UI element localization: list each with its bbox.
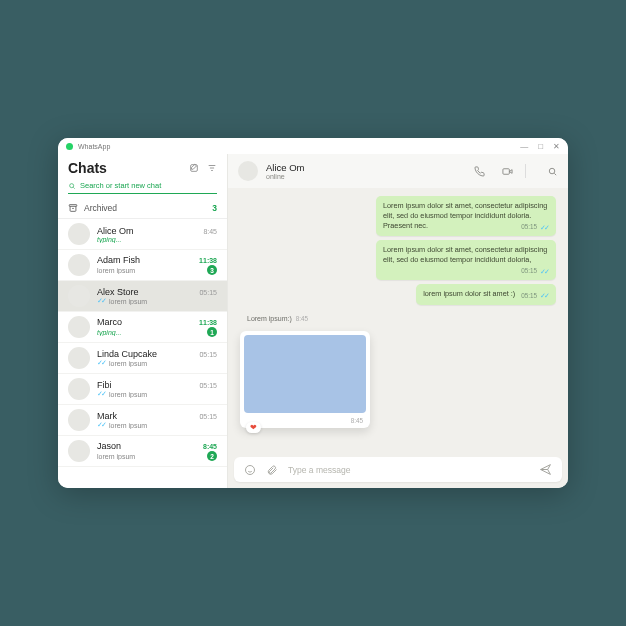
chat-row[interactable]: Marco11:38typing...1 <box>58 312 227 343</box>
app-window: WhatsApp — □ ✕ Chats Search or start new… <box>58 138 568 488</box>
chat-name: Adam Fish <box>97 255 199 265</box>
search-placeholder: Search or start new chat <box>80 181 161 190</box>
outgoing-message[interactable]: Lorem ipsum dolor sit amet, consectetur … <box>376 196 556 236</box>
chat-time: 05:15 <box>199 382 217 389</box>
read-ticks-icon: ✓✓ <box>97 297 105 305</box>
chat-row[interactable]: Adam Fish11:38lorem ipsum3 <box>58 250 227 281</box>
read-ticks-icon: ✓✓ <box>97 390 105 398</box>
chat-avatar <box>68 223 90 245</box>
message-row: Lorem ipsum:) 8:45 <box>240 309 556 328</box>
divider <box>525 164 526 178</box>
sidebar-header: Chats <box>58 154 227 178</box>
video-call-icon[interactable] <box>502 166 513 177</box>
message-list: Lorem ipsum dolor sit amet, consectetur … <box>228 188 568 451</box>
chat-preview: lorem ipsum <box>109 422 217 429</box>
sidebar-title: Chats <box>68 160 181 176</box>
chat-time: 8:45 <box>203 443 217 450</box>
svg-point-1 <box>70 183 74 187</box>
chat-row[interactable]: Alex Store05:15✓✓lorem ipsum <box>58 281 227 312</box>
chat-preview: lorem ipsum <box>109 391 217 398</box>
message-time: 8:45 <box>351 417 363 424</box>
incoming-label: Lorem ipsum:) 8:45 <box>240 309 315 328</box>
message-row: 8:45❤ <box>240 331 556 428</box>
title-bar: WhatsApp — □ ✕ <box>58 138 568 154</box>
chat-row[interactable]: Fibi05:15✓✓lorem ipsum <box>58 374 227 405</box>
chat-row[interactable]: Linda Cupcake05:15✓✓lorem ipsum <box>58 343 227 374</box>
chat-avatar <box>68 254 90 276</box>
outgoing-message[interactable]: lorem ipsum dolor sit amet :)05:15✓✓ <box>416 284 556 304</box>
chat-avatar <box>68 409 90 431</box>
emoji-icon[interactable] <box>244 464 256 476</box>
archive-icon <box>68 203 78 213</box>
send-icon[interactable] <box>539 463 552 476</box>
archived-label: Archived <box>84 203 117 213</box>
message-row: Lorem ipsum dolor sit amet, consectetur … <box>240 240 556 280</box>
chat-name: Alex Store <box>97 287 199 297</box>
message-time: 8:45 <box>296 315 308 322</box>
search-in-chat-icon[interactable] <box>547 166 558 177</box>
sidebar: Chats Search or start new chat Archived … <box>58 154 228 488</box>
chat-name: Fibi <box>97 380 199 390</box>
read-ticks-icon: ✓✓ <box>540 267 548 276</box>
minimize-button[interactable]: — <box>520 142 528 151</box>
chat-time: 05:15 <box>199 413 217 420</box>
message-input[interactable] <box>288 465 529 475</box>
chat-preview: lorem ipsum <box>97 453 204 460</box>
outgoing-message[interactable]: Lorem ipsum dolor sit amet, consectetur … <box>376 240 556 280</box>
message-text: Lorem ipsum:) <box>247 315 292 322</box>
chat-time: 11:38 <box>199 319 217 326</box>
contact-status: online <box>266 173 457 180</box>
search-input[interactable]: Search or start new chat <box>68 178 217 194</box>
chat-preview: typing... <box>97 329 204 336</box>
chat-preview: lorem ipsum <box>109 360 217 367</box>
svg-rect-2 <box>69 205 77 207</box>
contact-avatar[interactable] <box>238 161 258 181</box>
incoming-image-message[interactable]: 8:45❤ <box>240 331 370 428</box>
chat-row[interactable]: Jason8:45lorem ipsum2 <box>58 436 227 467</box>
window-controls: — □ ✕ <box>520 142 560 151</box>
unread-badge: 1 <box>207 327 217 337</box>
chat-name: Alice Om <box>97 226 203 236</box>
message-time: 05:15 <box>521 223 537 232</box>
unread-badge: 3 <box>207 265 217 275</box>
chat-preview: lorem ipsum <box>97 267 204 274</box>
app-title: WhatsApp <box>78 143 110 150</box>
chat-preview: lorem ipsum <box>109 298 217 305</box>
conversation-header: Alice Om online <box>228 154 568 188</box>
chat-row[interactable]: Alice Om8:45typing... <box>58 219 227 250</box>
close-button[interactable]: ✕ <box>553 142 560 151</box>
chat-time: 05:15 <box>199 289 217 296</box>
chat-name: Linda Cupcake <box>97 349 199 359</box>
maximize-button[interactable]: □ <box>538 142 543 151</box>
message-row: lorem ipsum dolor sit amet :)05:15✓✓ <box>240 284 556 304</box>
chat-preview: typing... <box>97 236 217 243</box>
search-icon <box>68 182 76 190</box>
chat-name: Marco <box>97 317 199 327</box>
read-ticks-icon: ✓✓ <box>97 359 105 367</box>
chat-avatar <box>68 440 90 462</box>
chat-avatar <box>68 316 90 338</box>
voice-call-icon[interactable] <box>474 166 485 177</box>
chat-time: 05:15 <box>199 351 217 358</box>
message-text: Lorem ipsum dolor sit amet, consectetur … <box>383 245 547 264</box>
unread-badge: 2 <box>207 451 217 461</box>
message-time: 05:15 <box>521 292 537 301</box>
message-text: lorem ipsum dolor sit amet :) <box>423 289 515 298</box>
read-ticks-icon: ✓✓ <box>97 421 105 429</box>
contact-name: Alice Om <box>266 162 457 173</box>
filter-icon[interactable] <box>207 163 217 173</box>
chat-avatar <box>68 378 90 400</box>
chat-name: Mark <box>97 411 199 421</box>
archived-row[interactable]: Archived 3 <box>58 198 227 219</box>
read-ticks-icon: ✓✓ <box>540 223 548 232</box>
chat-avatar <box>68 285 90 307</box>
chat-row[interactable]: Mark05:15✓✓lorem ipsum <box>58 405 227 436</box>
svg-point-5 <box>246 465 255 474</box>
chat-time: 8:45 <box>203 228 217 235</box>
heart-reaction-icon[interactable]: ❤ <box>246 422 261 433</box>
read-ticks-icon: ✓✓ <box>540 291 548 300</box>
archived-count: 3 <box>212 203 217 213</box>
message-time: 05:15 <box>521 267 537 276</box>
attach-icon[interactable] <box>266 464 278 476</box>
new-chat-icon[interactable] <box>189 163 199 173</box>
